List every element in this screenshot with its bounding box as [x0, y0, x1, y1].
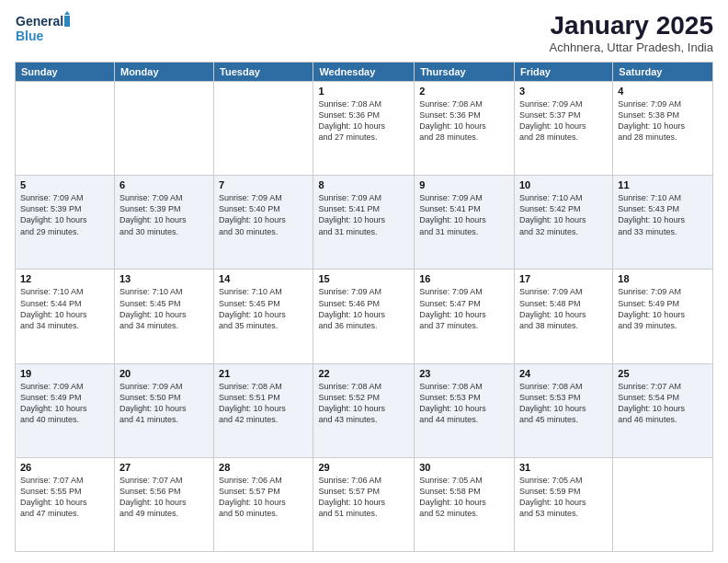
day-info: Sunrise: 7:06 AMSunset: 5:57 PMDaylight:…	[219, 475, 308, 520]
day-number: 24	[519, 368, 608, 379]
day-number: 12	[20, 273, 109, 284]
day-info: Sunrise: 7:07 AMSunset: 5:54 PMDaylight:…	[618, 381, 708, 426]
day-info: Sunrise: 7:10 AMSunset: 5:44 PMDaylight:…	[20, 286, 109, 331]
logo: General Blue	[15, 11, 70, 50]
calendar-table: SundayMondayTuesdayWednesdayThursdayFrid…	[15, 62, 713, 552]
calendar-cell: 16Sunrise: 7:09 AMSunset: 5:47 PMDayligh…	[415, 270, 515, 363]
calendar-cell	[114, 82, 213, 176]
day-info: Sunrise: 7:08 AMSunset: 5:52 PMDaylight:…	[318, 381, 409, 426]
day-info: Sunrise: 7:09 AMSunset: 5:47 PMDaylight:…	[419, 286, 509, 331]
day-info: Sunrise: 7:09 AMSunset: 5:40 PMDaylight:…	[219, 192, 308, 237]
calendar-cell: 5Sunrise: 7:09 AMSunset: 5:39 PMDaylight…	[16, 176, 115, 270]
calendar-cell: 17Sunrise: 7:09 AMSunset: 5:48 PMDayligh…	[514, 270, 612, 363]
calendar-cell: 24Sunrise: 7:08 AMSunset: 5:53 PMDayligh…	[514, 363, 612, 457]
day-number: 19	[20, 368, 109, 379]
day-info: Sunrise: 7:09 AMSunset: 5:46 PMDaylight:…	[318, 286, 409, 331]
day-info: Sunrise: 7:08 AMSunset: 5:53 PMDaylight:…	[519, 381, 608, 426]
day-number: 18	[618, 273, 708, 284]
day-number: 6	[119, 179, 209, 190]
calendar-cell: 9Sunrise: 7:09 AMSunset: 5:41 PMDaylight…	[415, 176, 515, 270]
calendar-cell: 18Sunrise: 7:09 AMSunset: 5:49 PMDayligh…	[613, 270, 713, 363]
day-number: 25	[618, 368, 708, 379]
day-number: 15	[318, 273, 409, 284]
day-number: 14	[219, 273, 308, 284]
day-number: 16	[419, 273, 509, 284]
day-number: 2	[419, 86, 509, 97]
calendar-cell: 1Sunrise: 7:08 AMSunset: 5:36 PMDaylight…	[313, 82, 415, 176]
day-info: Sunrise: 7:06 AMSunset: 5:57 PMDaylight:…	[318, 475, 409, 520]
calendar-cell: 12Sunrise: 7:10 AMSunset: 5:44 PMDayligh…	[16, 270, 115, 363]
calendar-cell	[214, 82, 313, 176]
svg-text:General: General	[16, 14, 63, 29]
week-row-5: 26Sunrise: 7:07 AMSunset: 5:55 PMDayligh…	[16, 457, 713, 551]
calendar-cell: 20Sunrise: 7:09 AMSunset: 5:50 PMDayligh…	[114, 363, 213, 457]
week-row-2: 5Sunrise: 7:09 AMSunset: 5:39 PMDaylight…	[16, 176, 713, 270]
calendar-cell: 19Sunrise: 7:09 AMSunset: 5:49 PMDayligh…	[16, 363, 115, 457]
header: General Blue January 2025 Achhnera, Utta…	[15, 11, 713, 54]
calendar-cell: 3Sunrise: 7:09 AMSunset: 5:37 PMDaylight…	[514, 82, 612, 176]
calendar-cell	[16, 82, 115, 176]
day-info: Sunrise: 7:09 AMSunset: 5:49 PMDaylight:…	[20, 381, 109, 426]
day-number: 4	[618, 86, 708, 97]
day-number: 26	[20, 462, 109, 473]
calendar-cell: 10Sunrise: 7:10 AMSunset: 5:42 PMDayligh…	[514, 176, 612, 270]
day-number: 17	[519, 273, 608, 284]
calendar-cell: 29Sunrise: 7:06 AMSunset: 5:57 PMDayligh…	[313, 457, 415, 551]
day-info: Sunrise: 7:09 AMSunset: 5:37 PMDaylight:…	[519, 98, 608, 144]
calendar-cell: 7Sunrise: 7:09 AMSunset: 5:40 PMDaylight…	[214, 176, 313, 270]
day-info: Sunrise: 7:09 AMSunset: 5:39 PMDaylight:…	[20, 192, 109, 237]
calendar-cell: 25Sunrise: 7:07 AMSunset: 5:54 PMDayligh…	[613, 363, 713, 457]
calendar-cell: 22Sunrise: 7:08 AMSunset: 5:52 PMDayligh…	[313, 363, 415, 457]
day-info: Sunrise: 7:10 AMSunset: 5:42 PMDaylight:…	[519, 192, 608, 237]
day-number: 9	[419, 179, 509, 190]
day-info: Sunrise: 7:09 AMSunset: 5:49 PMDaylight:…	[618, 286, 708, 331]
calendar-body: 1Sunrise: 7:08 AMSunset: 5:36 PMDaylight…	[16, 82, 713, 552]
day-info: Sunrise: 7:10 AMSunset: 5:45 PMDaylight:…	[119, 286, 209, 331]
calendar-cell: 11Sunrise: 7:10 AMSunset: 5:43 PMDayligh…	[613, 176, 713, 270]
day-number: 8	[318, 179, 409, 190]
calendar-cell: 15Sunrise: 7:09 AMSunset: 5:46 PMDayligh…	[313, 270, 415, 363]
day-number: 23	[419, 368, 509, 379]
weekday-header-saturday: Saturday	[613, 63, 713, 82]
day-info: Sunrise: 7:08 AMSunset: 5:51 PMDaylight:…	[219, 381, 308, 426]
day-info: Sunrise: 7:10 AMSunset: 5:45 PMDaylight:…	[219, 286, 308, 331]
day-number: 29	[318, 462, 409, 473]
subtitle: Achhnera, Uttar Pradesh, India	[550, 40, 714, 54]
title-block: January 2025 Achhnera, Uttar Pradesh, In…	[550, 11, 714, 54]
svg-marker-2	[64, 11, 70, 15]
week-row-4: 19Sunrise: 7:09 AMSunset: 5:49 PMDayligh…	[16, 363, 713, 457]
day-number: 27	[119, 462, 209, 473]
weekday-header-tuesday: Tuesday	[214, 63, 313, 82]
calendar-cell: 13Sunrise: 7:10 AMSunset: 5:45 PMDayligh…	[114, 270, 213, 363]
day-number: 10	[519, 179, 608, 190]
weekday-header-monday: Monday	[114, 63, 213, 82]
calendar-cell: 2Sunrise: 7:08 AMSunset: 5:36 PMDaylight…	[415, 82, 515, 176]
day-info: Sunrise: 7:10 AMSunset: 5:43 PMDaylight:…	[618, 192, 708, 237]
calendar-cell: 14Sunrise: 7:10 AMSunset: 5:45 PMDayligh…	[214, 270, 313, 363]
weekday-header-sunday: Sunday	[16, 63, 115, 82]
weekday-header-thursday: Thursday	[415, 63, 515, 82]
day-info: Sunrise: 7:08 AMSunset: 5:36 PMDaylight:…	[318, 98, 409, 144]
day-number: 21	[219, 368, 308, 379]
day-info: Sunrise: 7:09 AMSunset: 5:48 PMDaylight:…	[519, 286, 608, 331]
calendar-cell: 26Sunrise: 7:07 AMSunset: 5:55 PMDayligh…	[16, 457, 115, 551]
day-number: 20	[119, 368, 209, 379]
day-info: Sunrise: 7:08 AMSunset: 5:53 PMDaylight:…	[419, 381, 509, 426]
day-info: Sunrise: 7:05 AMSunset: 5:59 PMDaylight:…	[519, 475, 608, 520]
day-info: Sunrise: 7:09 AMSunset: 5:38 PMDaylight:…	[618, 98, 708, 144]
day-number: 13	[119, 273, 209, 284]
day-number: 22	[318, 368, 409, 379]
day-number: 7	[219, 179, 308, 190]
day-number: 30	[419, 462, 509, 473]
day-info: Sunrise: 7:07 AMSunset: 5:56 PMDaylight:…	[119, 475, 209, 520]
day-info: Sunrise: 7:09 AMSunset: 5:39 PMDaylight:…	[119, 192, 209, 237]
main-title: January 2025	[550, 11, 714, 40]
svg-text:Blue: Blue	[16, 29, 44, 43]
day-info: Sunrise: 7:09 AMSunset: 5:41 PMDaylight:…	[419, 192, 509, 237]
calendar-cell: 4Sunrise: 7:09 AMSunset: 5:38 PMDaylight…	[613, 82, 713, 176]
calendar-cell: 28Sunrise: 7:06 AMSunset: 5:57 PMDayligh…	[214, 457, 313, 551]
day-number: 5	[20, 179, 109, 190]
calendar-cell: 6Sunrise: 7:09 AMSunset: 5:39 PMDaylight…	[114, 176, 213, 270]
calendar-cell: 27Sunrise: 7:07 AMSunset: 5:56 PMDayligh…	[114, 457, 213, 551]
day-info: Sunrise: 7:05 AMSunset: 5:58 PMDaylight:…	[419, 475, 509, 520]
